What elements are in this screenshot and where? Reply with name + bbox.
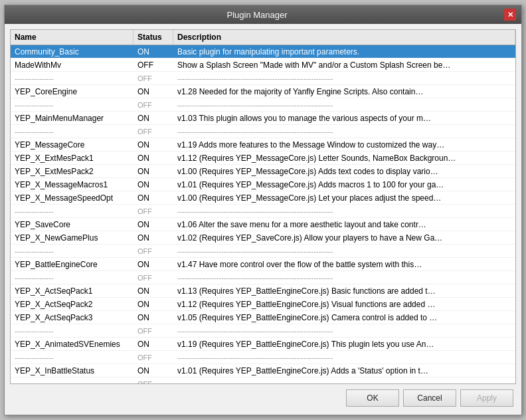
plugin-desc-cell: ----------------------------------------… <box>173 100 515 110</box>
table-row[interactable]: ----------------OFF---------------------… <box>11 245 515 258</box>
plugin-status-cell: ON <box>133 312 173 324</box>
table-row[interactable]: Community_BasicONBasic plugin for manipu… <box>11 45 515 58</box>
plugin-desc-cell: v1.13 (Requires YEP_BattleEngineCore.js)… <box>173 285 515 297</box>
desc-column-header: Description <box>173 30 515 45</box>
table-row[interactable]: YEP_X_MessageSpeedOptONv1.00 (Requires Y… <box>11 191 515 205</box>
plugin-desc-cell: v1.47 Have more control over the flow of… <box>173 259 515 270</box>
plugin-status-cell: ON <box>133 338 173 350</box>
plugin-manager-window: Plugin Manager ✕ Name Status Description… <box>4 5 522 415</box>
plugin-desc-cell: ----------------------------------------… <box>173 246 515 257</box>
table-body[interactable]: Community_BasicONBasic plugin for manipu… <box>11 45 515 383</box>
status-column-header: Status <box>133 30 173 45</box>
plugin-name-cell: ---------------- <box>11 272 133 283</box>
table-row[interactable]: ----------------OFF---------------------… <box>11 324 515 338</box>
plugin-status-cell: OFF <box>133 326 173 336</box>
table-row[interactable]: ----------------OFF---------------------… <box>11 205 515 218</box>
plugin-status-cell: ON <box>133 285 173 297</box>
table-row[interactable]: YEP_X_ExtMesPack1ONv1.12 (Requires YEP_M… <box>11 152 515 165</box>
plugin-name-cell: ---------------- <box>11 246 133 257</box>
table-row[interactable]: ----------------OFF---------------------… <box>11 377 515 383</box>
plugin-status-cell: OFF <box>133 272 173 283</box>
table-row[interactable]: YEP_X_ActSeqPack2ONv1.12 (Requires YEP_B… <box>11 298 515 311</box>
plugin-desc-cell: v1.06 Alter the save menu for a more aes… <box>173 219 515 231</box>
table-row[interactable]: YEP_MessageCoreONv1.19 Adds more feature… <box>11 138 515 152</box>
plugin-desc-cell: v1.01 (Requires YEP_MessageCore.js) Adds… <box>173 179 515 191</box>
main-content: Name Status Description Community_BasicO… <box>5 24 521 415</box>
plugin-name-cell: YEP_X_ActSeqPack2 <box>11 298 133 310</box>
table-row[interactable]: ----------------OFF---------------------… <box>11 351 515 364</box>
table-row[interactable]: ----------------OFF---------------------… <box>11 98 515 112</box>
plugin-status-cell: OFF <box>133 206 173 217</box>
table-row[interactable]: YEP_MainMenuManagerONv1.03 This plugin a… <box>11 112 515 125</box>
plugin-status-cell: OFF <box>133 100 173 110</box>
plugin-name-cell: YEP_X_InBattleStatus <box>11 365 133 377</box>
plugin-desc-cell: v1.12 (Requires YEP_MessageCore.js) Lett… <box>173 152 515 164</box>
plugin-desc-cell: Show a Splash Screen "Made with MV" and/… <box>173 59 515 71</box>
plugin-desc-cell: v1.05 (Requires YEP_BattleEngineCore.js)… <box>173 312 515 324</box>
window-title: Plugin Manager <box>10 10 504 20</box>
plugin-status-cell: OFF <box>133 59 173 71</box>
plugin-status-cell: OFF <box>133 379 173 384</box>
plugin-status-cell: OFF <box>133 246 173 257</box>
plugin-status-cell: ON <box>133 179 173 191</box>
plugin-desc-cell: ----------------------------------------… <box>173 272 515 283</box>
table-row[interactable]: YEP_X_ActSeqPack3ONv1.05 (Requires YEP_B… <box>11 311 515 324</box>
table-row[interactable]: YEP_BattleEngineCoreONv1.47 Have more co… <box>11 258 515 271</box>
plugin-desc-cell: v1.12 (Requires YEP_BattleEngineCore.js)… <box>173 298 515 310</box>
plugin-name-cell: YEP_X_ActSeqPack1 <box>11 285 133 297</box>
plugin-name-cell: ---------------- <box>11 379 133 384</box>
table-row[interactable]: YEP_SaveCoreONv1.06 Alter the save menu … <box>11 218 515 231</box>
plugin-table: Name Status Description Community_BasicO… <box>10 29 516 384</box>
plugin-name-cell: ---------------- <box>11 126 133 137</box>
plugin-name-cell: YEP_X_NewGamePlus <box>11 232 133 244</box>
table-row[interactable]: YEP_X_NewGamePlusONv1.02 (Requires YEP_S… <box>11 231 515 245</box>
cancel-button[interactable]: Cancel <box>403 389 456 407</box>
table-row[interactable]: YEP_CoreEngineONv1.28 Needed for the maj… <box>11 85 515 98</box>
plugin-name-cell: ---------------- <box>11 326 133 336</box>
plugin-status-cell: ON <box>133 232 173 244</box>
plugin-status-cell: ON <box>133 139 173 151</box>
plugin-name-cell: YEP_CoreEngine <box>11 86 133 98</box>
plugin-desc-cell: ----------------------------------------… <box>173 379 515 384</box>
plugin-name-cell: YEP_BattleEngineCore <box>11 259 133 270</box>
table-row[interactable]: MadeWithMvOFFShow a Splash Screen "Made … <box>11 58 515 72</box>
plugin-name-cell: YEP_X_MessageSpeedOpt <box>11 192 133 204</box>
plugin-status-cell: ON <box>133 46 173 58</box>
table-row[interactable]: ----------------OFF---------------------… <box>11 125 515 138</box>
title-bar: Plugin Manager ✕ <box>5 5 521 24</box>
plugin-desc-cell: v1.19 Adds more features to the Message … <box>173 139 515 151</box>
plugin-desc-cell: ----------------------------------------… <box>173 326 515 336</box>
apply-button[interactable]: Apply <box>460 389 513 407</box>
plugin-desc-cell: v1.00 (Requires YEP_MessageCore.js) Let … <box>173 192 515 204</box>
plugin-status-cell: ON <box>133 112 173 124</box>
plugin-name-cell: YEP_X_ExtMesPack1 <box>11 152 133 164</box>
plugin-desc-cell: v1.01 (Requires YEP_BattleEngineCore.js)… <box>173 365 515 377</box>
plugin-desc-cell: ----------------------------------------… <box>173 352 515 363</box>
table-row[interactable]: YEP_X_InBattleStatusONv1.01 (Requires YE… <box>11 364 515 377</box>
plugin-desc-cell: v1.03 This plugin allows you to manage t… <box>173 112 515 124</box>
footer-buttons: OK Cancel Apply <box>10 384 516 409</box>
plugin-name-cell: ---------------- <box>11 206 133 217</box>
table-row[interactable]: YEP_X_MessageMacros1ONv1.01 (Requires YE… <box>11 178 515 191</box>
table-row[interactable]: ----------------OFF---------------------… <box>11 271 515 284</box>
plugin-name-cell: YEP_MainMenuManager <box>11 112 133 124</box>
plugin-status-cell: OFF <box>133 73 173 84</box>
plugin-desc-cell: v1.19 (Requires YEP_BattleEngineCore.js)… <box>173 338 515 350</box>
plugin-desc-cell: ----------------------------------------… <box>173 126 515 137</box>
plugin-status-cell: OFF <box>133 352 173 363</box>
table-row[interactable]: YEP_X_ExtMesPack2ONv1.00 (Requires YEP_M… <box>11 165 515 178</box>
plugin-status-cell: ON <box>133 86 173 98</box>
table-row[interactable]: YEP_X_ActSeqPack1ONv1.13 (Requires YEP_B… <box>11 284 515 298</box>
plugin-desc-cell: ----------------------------------------… <box>173 73 515 84</box>
plugin-status-cell: ON <box>133 165 173 177</box>
plugin-name-cell: YEP_MessageCore <box>11 139 133 151</box>
ok-button[interactable]: OK <box>346 389 399 407</box>
name-column-header: Name <box>11 30 133 45</box>
table-row[interactable]: YEP_X_AnimatedSVEnemiesONv1.19 (Requires… <box>11 338 515 351</box>
plugin-name-cell: YEP_SaveCore <box>11 219 133 231</box>
plugin-desc-cell: ----------------------------------------… <box>173 206 515 217</box>
table-row[interactable]: ----------------OFF---------------------… <box>11 72 515 85</box>
close-button[interactable]: ✕ <box>504 9 516 21</box>
plugin-desc-cell: v1.00 (Requires YEP_MessageCore.js) Adds… <box>173 165 515 177</box>
plugin-status-cell: ON <box>133 152 173 164</box>
